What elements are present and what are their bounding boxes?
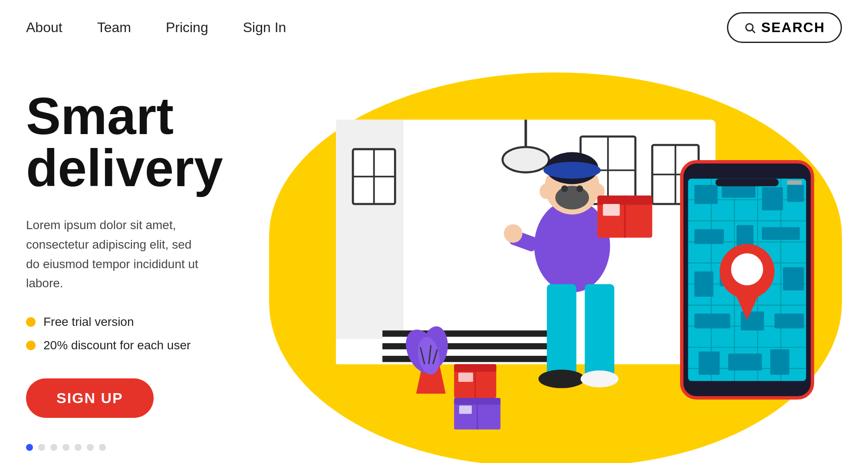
search-icon	[744, 22, 756, 34]
svg-rect-85	[775, 314, 804, 328]
hero-description: Lorem ipsum dolor sit amet, consectetur …	[26, 216, 208, 293]
dot-1[interactable]	[26, 444, 33, 451]
svg-point-52	[504, 224, 523, 243]
svg-point-43	[576, 185, 583, 192]
nav-signin[interactable]: Sign In	[243, 20, 286, 36]
svg-illustration	[252, 64, 842, 463]
illustration-area	[252, 64, 842, 463]
search-button[interactable]: SEARCH	[727, 12, 842, 43]
svg-point-42	[561, 185, 568, 192]
svg-rect-74	[722, 185, 756, 197]
svg-rect-19	[382, 356, 551, 362]
svg-line-1	[752, 30, 755, 33]
svg-rect-47	[585, 284, 614, 377]
feature-1-label: Free trial version	[43, 315, 134, 329]
svg-rect-76	[787, 185, 804, 202]
pagination	[26, 444, 234, 451]
main-content: Smart delivery Lorem ipsum dolor sit ame…	[0, 64, 868, 463]
svg-rect-87	[728, 354, 762, 371]
dot-6[interactable]	[87, 444, 94, 451]
svg-rect-86	[699, 351, 720, 374]
signup-button[interactable]: SIGN UP	[26, 378, 154, 418]
nav-team[interactable]: Team	[97, 20, 131, 36]
svg-point-44	[539, 184, 551, 199]
svg-rect-84	[741, 312, 764, 331]
svg-rect-57	[603, 204, 620, 216]
svg-point-41	[555, 186, 589, 209]
svg-rect-82	[783, 267, 804, 290]
svg-rect-73	[694, 185, 717, 204]
nav-links: About Team Pricing Sign In	[26, 20, 727, 36]
svg-rect-79	[762, 227, 799, 240]
search-label: SEARCH	[761, 20, 825, 36]
svg-rect-36	[459, 405, 472, 414]
svg-rect-80	[694, 272, 713, 297]
svg-rect-92	[716, 179, 779, 186]
dot-4[interactable]	[62, 444, 69, 451]
svg-point-5	[503, 147, 549, 172]
left-panel: Smart delivery Lorem ipsum dolor sit ame…	[26, 64, 234, 463]
features-list: Free trial version 20% discount for each…	[26, 315, 234, 352]
svg-rect-88	[770, 349, 789, 374]
dot-2[interactable]	[38, 444, 45, 451]
feature-2-label: 20% discount for each user	[43, 338, 191, 352]
feature-1: Free trial version	[26, 315, 234, 329]
dot-3[interactable]	[50, 444, 57, 451]
svg-rect-32	[458, 373, 473, 382]
dot-7[interactable]	[99, 444, 106, 451]
svg-point-40	[543, 162, 601, 179]
svg-rect-77	[694, 229, 724, 244]
svg-rect-46	[547, 284, 576, 377]
svg-rect-78	[736, 225, 753, 246]
svg-rect-75	[762, 187, 783, 210]
nav-pricing[interactable]: Pricing	[166, 20, 208, 36]
dot-5[interactable]	[75, 444, 82, 451]
svg-rect-83	[694, 314, 730, 328]
svg-point-49	[581, 371, 618, 387]
nav-about[interactable]: About	[26, 20, 62, 36]
navigation: About Team Pricing Sign In SEARCH	[0, 0, 868, 55]
svg-rect-93	[787, 181, 802, 185]
feature-2: 20% discount for each user	[26, 338, 234, 352]
svg-point-90	[731, 253, 763, 286]
svg-point-0	[746, 23, 753, 30]
bullet-dot-2	[26, 341, 36, 350]
hero-title: Smart delivery	[26, 90, 234, 194]
bullet-dot-1	[26, 317, 36, 327]
svg-point-48	[539, 370, 585, 388]
